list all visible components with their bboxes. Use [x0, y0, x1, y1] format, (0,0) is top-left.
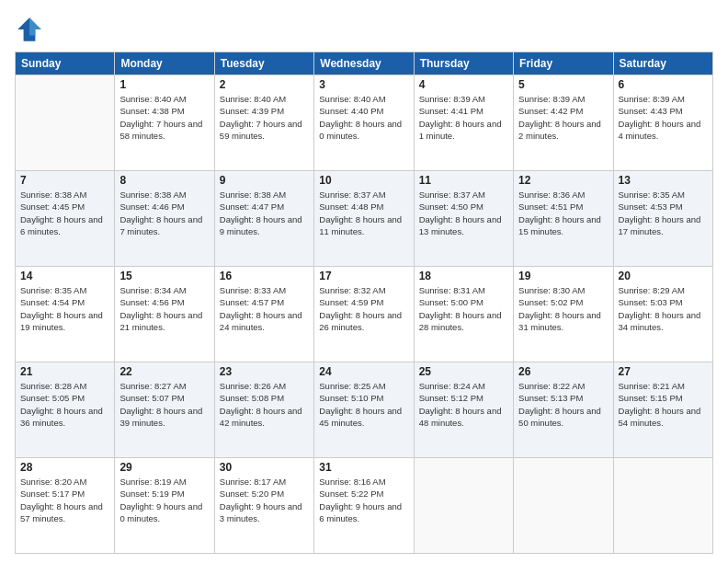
calendar-cell: 28Sunrise: 8:20 AM Sunset: 5:17 PM Dayli…	[16, 458, 115, 554]
calendar-cell: 8Sunrise: 8:38 AM Sunset: 4:46 PM Daylig…	[115, 171, 214, 267]
calendar-cell: 2Sunrise: 8:40 AM Sunset: 4:39 PM Daylig…	[214, 75, 313, 171]
day-number: 15	[119, 270, 209, 282]
day-number: 2	[220, 78, 309, 91]
calendar-cell: 23Sunrise: 8:26 AM Sunset: 5:08 PM Dayli…	[214, 362, 313, 458]
day-number: 24	[319, 365, 408, 378]
calendar-header: SundayMondayTuesdayWednesdayThursdayFrid…	[16, 52, 713, 75]
calendar-cell	[414, 458, 513, 554]
day-number: 12	[518, 174, 608, 187]
day-info: Sunrise: 8:39 AM Sunset: 4:42 PM Dayligh…	[518, 93, 608, 142]
day-number: 19	[518, 270, 608, 282]
day-number: 29	[119, 461, 209, 474]
day-number: 1	[119, 78, 209, 91]
calendar-cell: 10Sunrise: 8:37 AM Sunset: 4:48 PM Dayli…	[314, 171, 414, 267]
calendar-cell: 9Sunrise: 8:38 AM Sunset: 4:47 PM Daylig…	[214, 171, 313, 267]
calendar-cell: 18Sunrise: 8:31 AM Sunset: 5:00 PM Dayli…	[414, 267, 513, 362]
calendar-cell	[16, 75, 115, 171]
day-info: Sunrise: 8:30 AM Sunset: 5:02 PM Dayligh…	[518, 284, 608, 333]
calendar-cell: 5Sunrise: 8:39 AM Sunset: 4:42 PM Daylig…	[514, 75, 613, 171]
calendar-cell: 27Sunrise: 8:21 AM Sunset: 5:15 PM Dayli…	[613, 362, 712, 458]
calendar-cell: 21Sunrise: 8:28 AM Sunset: 5:05 PM Dayli…	[16, 362, 115, 458]
calendar-body: 1Sunrise: 8:40 AM Sunset: 4:38 PM Daylig…	[16, 75, 713, 554]
day-number: 10	[319, 174, 408, 187]
calendar-cell: 3Sunrise: 8:40 AM Sunset: 4:40 PM Daylig…	[314, 75, 414, 171]
calendar-week-1: 1Sunrise: 8:40 AM Sunset: 4:38 PM Daylig…	[16, 75, 713, 171]
weekday-header-tuesday: Tuesday	[214, 52, 313, 75]
weekday-row: SundayMondayTuesdayWednesdayThursdayFrid…	[16, 52, 713, 75]
day-number: 31	[319, 461, 408, 474]
day-info: Sunrise: 8:17 AM Sunset: 5:20 PM Dayligh…	[220, 476, 309, 524]
calendar-cell: 20Sunrise: 8:29 AM Sunset: 5:03 PM Dayli…	[613, 267, 712, 362]
calendar-cell: 29Sunrise: 8:19 AM Sunset: 5:19 PM Dayli…	[115, 458, 214, 554]
calendar-cell	[613, 458, 712, 554]
day-number: 22	[119, 365, 209, 378]
calendar-cell: 11Sunrise: 8:37 AM Sunset: 4:50 PM Dayli…	[414, 171, 513, 267]
calendar-cell: 16Sunrise: 8:33 AM Sunset: 4:57 PM Dayli…	[214, 267, 313, 362]
calendar-week-5: 28Sunrise: 8:20 AM Sunset: 5:17 PM Dayli…	[16, 458, 713, 554]
svg-marker-1	[29, 17, 41, 35]
day-info: Sunrise: 8:20 AM Sunset: 5:17 PM Dayligh…	[20, 476, 109, 524]
calendar-cell: 4Sunrise: 8:39 AM Sunset: 4:41 PM Daylig…	[414, 75, 513, 171]
weekday-header-friday: Friday	[514, 52, 613, 75]
calendar-week-2: 7Sunrise: 8:38 AM Sunset: 4:45 PM Daylig…	[16, 171, 713, 267]
day-info: Sunrise: 8:26 AM Sunset: 5:08 PM Dayligh…	[220, 380, 309, 429]
day-number: 9	[220, 174, 309, 187]
day-number: 27	[619, 365, 708, 378]
calendar-cell: 1Sunrise: 8:40 AM Sunset: 4:38 PM Daylig…	[115, 75, 214, 171]
day-number: 14	[20, 270, 109, 282]
calendar-cell: 7Sunrise: 8:38 AM Sunset: 4:45 PM Daylig…	[16, 171, 115, 267]
day-info: Sunrise: 8:39 AM Sunset: 4:43 PM Dayligh…	[619, 93, 708, 142]
day-number: 8	[119, 174, 209, 187]
day-info: Sunrise: 8:27 AM Sunset: 5:07 PM Dayligh…	[119, 380, 209, 429]
day-info: Sunrise: 8:37 AM Sunset: 4:48 PM Dayligh…	[319, 189, 408, 237]
day-number: 11	[419, 174, 508, 187]
day-number: 4	[419, 78, 508, 91]
calendar-table: SundayMondayTuesdayWednesdayThursdayFrid…	[15, 52, 713, 554]
calendar-cell: 19Sunrise: 8:30 AM Sunset: 5:02 PM Dayli…	[514, 267, 613, 362]
weekday-header-thursday: Thursday	[414, 52, 513, 75]
day-number: 5	[518, 78, 608, 91]
calendar-cell: 26Sunrise: 8:22 AM Sunset: 5:13 PM Dayli…	[514, 362, 613, 458]
day-info: Sunrise: 8:28 AM Sunset: 5:05 PM Dayligh…	[20, 380, 109, 429]
page: SundayMondayTuesdayWednesdayThursdayFrid…	[0, 0, 728, 563]
calendar-week-4: 21Sunrise: 8:28 AM Sunset: 5:05 PM Dayli…	[16, 362, 713, 458]
day-info: Sunrise: 8:19 AM Sunset: 5:19 PM Dayligh…	[119, 476, 209, 524]
day-number: 26	[518, 365, 608, 378]
day-info: Sunrise: 8:21 AM Sunset: 5:15 PM Dayligh…	[619, 380, 708, 429]
day-info: Sunrise: 8:36 AM Sunset: 4:51 PM Dayligh…	[518, 189, 608, 237]
day-number: 20	[619, 270, 708, 282]
calendar-cell: 17Sunrise: 8:32 AM Sunset: 4:59 PM Dayli…	[314, 267, 414, 362]
day-info: Sunrise: 8:22 AM Sunset: 5:13 PM Dayligh…	[518, 380, 608, 429]
day-number: 17	[319, 270, 408, 282]
day-info: Sunrise: 8:38 AM Sunset: 4:45 PM Dayligh…	[20, 189, 109, 237]
calendar-cell: 30Sunrise: 8:17 AM Sunset: 5:20 PM Dayli…	[214, 458, 313, 554]
calendar-cell: 25Sunrise: 8:24 AM Sunset: 5:12 PM Dayli…	[414, 362, 513, 458]
day-info: Sunrise: 8:32 AM Sunset: 4:59 PM Dayligh…	[319, 284, 408, 333]
calendar-cell: 31Sunrise: 8:16 AM Sunset: 5:22 PM Dayli…	[314, 458, 414, 554]
day-info: Sunrise: 8:25 AM Sunset: 5:10 PM Dayligh…	[319, 380, 408, 429]
calendar-week-3: 14Sunrise: 8:35 AM Sunset: 4:54 PM Dayli…	[16, 267, 713, 362]
logo-icon	[15, 15, 44, 44]
calendar-cell: 24Sunrise: 8:25 AM Sunset: 5:10 PM Dayli…	[314, 362, 414, 458]
day-number: 30	[220, 461, 309, 474]
day-info: Sunrise: 8:24 AM Sunset: 5:12 PM Dayligh…	[419, 380, 508, 429]
calendar-cell: 14Sunrise: 8:35 AM Sunset: 4:54 PM Dayli…	[16, 267, 115, 362]
day-info: Sunrise: 8:40 AM Sunset: 4:38 PM Dayligh…	[119, 93, 209, 142]
calendar-cell: 12Sunrise: 8:36 AM Sunset: 4:51 PM Dayli…	[514, 171, 613, 267]
day-number: 16	[220, 270, 309, 282]
day-info: Sunrise: 8:34 AM Sunset: 4:56 PM Dayligh…	[119, 284, 209, 333]
day-number: 18	[419, 270, 508, 282]
calendar-cell: 22Sunrise: 8:27 AM Sunset: 5:07 PM Dayli…	[115, 362, 214, 458]
weekday-header-saturday: Saturday	[613, 52, 712, 75]
calendar-cell: 13Sunrise: 8:35 AM Sunset: 4:53 PM Dayli…	[613, 171, 712, 267]
calendar-cell: 15Sunrise: 8:34 AM Sunset: 4:56 PM Dayli…	[115, 267, 214, 362]
day-info: Sunrise: 8:31 AM Sunset: 5:00 PM Dayligh…	[419, 284, 508, 333]
day-number: 25	[419, 365, 508, 378]
day-info: Sunrise: 8:37 AM Sunset: 4:50 PM Dayligh…	[419, 189, 508, 237]
calendar-cell: 6Sunrise: 8:39 AM Sunset: 4:43 PM Daylig…	[613, 75, 712, 171]
day-info: Sunrise: 8:40 AM Sunset: 4:40 PM Dayligh…	[319, 93, 408, 142]
logo	[15, 15, 48, 44]
day-number: 28	[20, 461, 109, 474]
day-number: 21	[20, 365, 109, 378]
day-info: Sunrise: 8:40 AM Sunset: 4:39 PM Dayligh…	[220, 93, 309, 142]
